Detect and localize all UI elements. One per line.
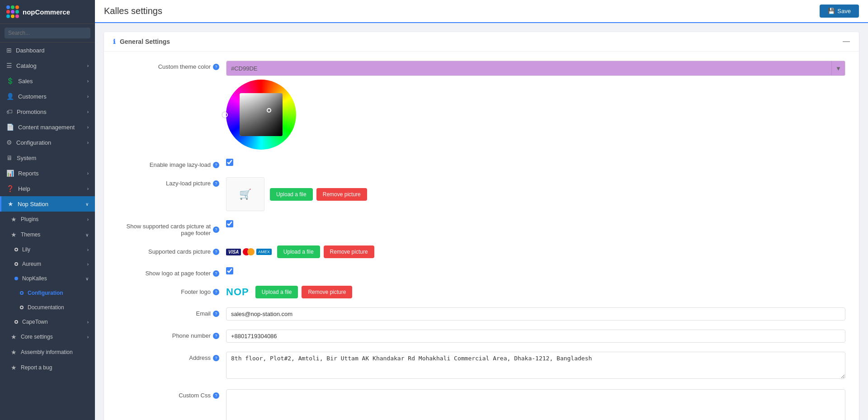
- phone-input[interactable]: [226, 330, 845, 343]
- sidebar-item-capetown[interactable]: CapeTown ›: [0, 315, 95, 329]
- sidebar-item-core-settings[interactable]: ★ Core settings ›: [0, 329, 95, 344]
- supported-cards-picture-row: Supported cards picture ? VISA AME: [118, 245, 845, 258]
- capetown-icon: [14, 320, 18, 324]
- card-images: VISA AMEX: [226, 248, 272, 255]
- lazy-load-picture-preview: 🛒: [226, 177, 264, 211]
- color-value-input[interactable]: [226, 63, 831, 74]
- sidebar-item-themes[interactable]: ★ Themes ∨: [0, 227, 95, 242]
- footer-logo-control: NOP Upload a file Remove picture: [226, 286, 845, 298]
- sidebar-item-content-management[interactable]: 📄 Content management ›: [0, 119, 95, 135]
- sidebar-item-promotions[interactable]: 🏷 Promotions ›: [0, 104, 95, 119]
- sidebar-item-label: CapeTown: [22, 319, 48, 325]
- sidebar-item-label: Dashboard: [16, 47, 45, 54]
- lazy-load-picture-label: Lazy-load picture ?: [118, 177, 226, 187]
- show-logo-footer-checkbox[interactable]: [226, 267, 233, 274]
- sidebar-item-reports[interactable]: 📊 Reports ›: [0, 165, 95, 181]
- sidebar-item-report-a-bug[interactable]: ★ Report a bug: [0, 360, 95, 375]
- supported-cards-picture-help-icon[interactable]: ?: [213, 249, 219, 255]
- lazy-picture-help-icon[interactable]: ?: [213, 180, 219, 187]
- email-help-icon[interactable]: ?: [213, 311, 219, 317]
- address-help-icon[interactable]: ?: [213, 355, 219, 361]
- chevron-right-icon: ›: [87, 217, 89, 222]
- sidebar-item-lily[interactable]: Lily ›: [0, 242, 95, 257]
- main-area: Kalles settings 💾 Save ℹ General Setting…: [95, 0, 868, 420]
- system-icon: 🖥: [6, 154, 13, 161]
- phone-help-icon[interactable]: ?: [213, 333, 219, 339]
- sidebar-item-documentation[interactable]: Documentation: [0, 300, 95, 315]
- color-wheel-container: [226, 80, 296, 150]
- assembly-icon: ★: [11, 349, 17, 356]
- address-textarea[interactable]: 8th floor, Plot#2, Amtoli, Bir Uttam AK …: [226, 352, 845, 379]
- email-label: Email ?: [118, 307, 226, 317]
- nopkalles-icon: [14, 277, 18, 280]
- sidebar-item-nop-station[interactable]: ★ Nop Station ∨: [0, 196, 95, 212]
- chevron-right-icon: ›: [87, 63, 89, 68]
- sidebar-item-system[interactable]: 🖥 System: [0, 150, 95, 165]
- color-input-bar: ▼: [226, 61, 845, 76]
- wheel-handle-left: [222, 112, 228, 118]
- themes-icon: ★: [11, 231, 17, 238]
- sidebar-item-help[interactable]: ❓ Help ›: [0, 181, 95, 196]
- sidebar-item-label: Catalog: [16, 62, 37, 69]
- footer-logo-row: Footer logo ? NOP Upload a file Remove p…: [118, 286, 845, 298]
- sidebar-item-dashboard[interactable]: ⊞ Dashboard: [0, 42, 95, 58]
- sidebar-item-plugins[interactable]: ★ Plugins ›: [0, 212, 95, 227]
- address-label: Address ?: [118, 352, 226, 361]
- color-wheel[interactable]: [226, 80, 296, 150]
- sidebar-item-assembly-information[interactable]: ★ Assembly information: [0, 344, 95, 360]
- lazy-load-upload-button[interactable]: Upload a file: [270, 188, 313, 201]
- phone-label: Phone number ?: [118, 330, 226, 339]
- email-input[interactable]: [226, 307, 845, 321]
- custom-css-control: [226, 389, 845, 420]
- chevron-down-icon: ∨: [85, 202, 89, 207]
- color-swatch[interactable]: ▼: [831, 61, 845, 76]
- supported-cards-remove-button[interactable]: Remove picture: [324, 245, 374, 258]
- sidebar-logo: nopCommerce: [0, 0, 95, 24]
- supported-cards-checkbox[interactable]: [226, 220, 233, 227]
- lazy-load-remove-button[interactable]: Remove picture: [316, 188, 367, 201]
- chevron-right-icon: ›: [87, 247, 89, 252]
- sidebar-item-catalog[interactable]: ☰ Catalog ›: [0, 58, 95, 73]
- email-row: Email ?: [118, 307, 845, 321]
- core-settings-icon: ★: [11, 333, 17, 340]
- sidebar-item-label: Themes: [21, 231, 40, 238]
- footer-logo-upload-button[interactable]: Upload a file: [255, 286, 298, 298]
- sidebar-item-configuration[interactable]: ⚙ Configuration ›: [0, 135, 95, 150]
- show-logo-help-icon[interactable]: ?: [213, 270, 219, 277]
- supported-cards-btn-group: Upload a file Remove picture: [277, 245, 374, 258]
- custom-css-textarea[interactable]: [226, 389, 845, 420]
- general-settings-card: ℹ General Settings — Custom theme color …: [104, 32, 859, 420]
- sidebar-item-nopkalles[interactable]: NopKalles ∨: [0, 271, 95, 286]
- footer-logo-remove-button[interactable]: Remove picture: [302, 286, 352, 298]
- sidebar-item-customers[interactable]: 👤 Customers ›: [0, 89, 95, 104]
- sidebar-item-label: Plugins: [21, 216, 38, 222]
- search-input[interactable]: [5, 28, 90, 38]
- sidebar-item-configuration-sub[interactable]: Configuration: [0, 286, 95, 300]
- lazy-load-row: Enable image lazy-load ?: [118, 159, 845, 168]
- sidebar-item-label: Lily: [22, 246, 30, 253]
- chevron-right-icon: ›: [87, 320, 89, 325]
- sidebar-item-aureum[interactable]: Aureum ›: [0, 257, 95, 271]
- supported-cards-upload-row: VISA AMEX Upload a file Remove picture: [226, 245, 845, 258]
- sidebar-item-sales[interactable]: 💲 Sales ›: [0, 73, 95, 89]
- collapse-icon[interactable]: —: [843, 38, 850, 46]
- save-icon: 💾: [828, 8, 835, 14]
- custom-css-help-icon[interactable]: ?: [213, 392, 219, 399]
- upload-placeholder-icon: 🛒: [239, 189, 251, 200]
- email-control: [226, 307, 845, 321]
- footer-logo-help-icon[interactable]: ?: [213, 289, 219, 295]
- lazy-load-btn-group: Upload a file Remove picture: [270, 188, 367, 201]
- sidebar-search: [0, 24, 95, 42]
- lazy-load-help-icon[interactable]: ?: [213, 162, 219, 168]
- lazy-load-checkbox[interactable]: [226, 159, 233, 166]
- color-wheel-inner[interactable]: [240, 93, 283, 136]
- save-button[interactable]: 💾 Save: [820, 5, 859, 18]
- supported-cards-upload-button[interactable]: Upload a file: [277, 245, 320, 258]
- supported-cards-help-icon[interactable]: ?: [213, 227, 219, 233]
- show-logo-footer-label: Show logo at page footer ?: [118, 267, 226, 277]
- sidebar: nopCommerce ⊞ Dashboard ☰ Catalog › 💲 Sa…: [0, 0, 95, 420]
- theme-color-help-icon[interactable]: ?: [213, 64, 219, 70]
- catalog-icon: ☰: [6, 62, 12, 69]
- config-sub-icon: [20, 291, 24, 295]
- chevron-right-icon: ›: [87, 262, 89, 267]
